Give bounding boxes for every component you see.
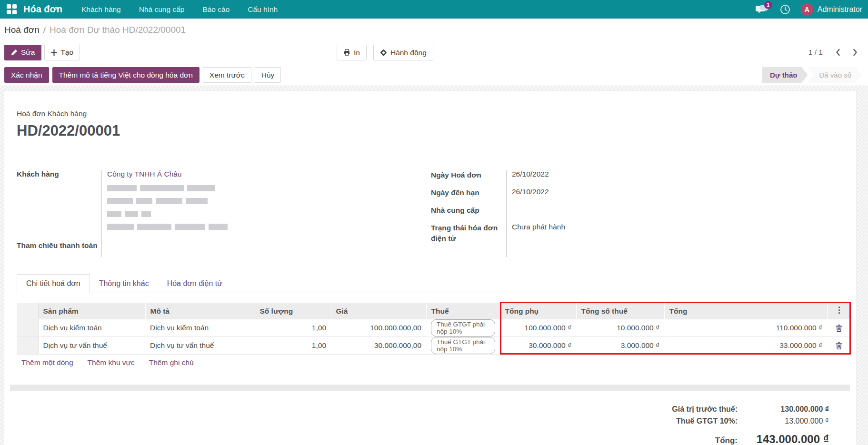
due-date-label: Ngày đến hạn — [431, 187, 506, 198]
user-name: Administrator — [818, 5, 862, 14]
preview-button[interactable]: Xem trước — [203, 67, 251, 83]
left-field-group: Khách hàng Công ty TNHH Á Châu Tham chiế… — [17, 169, 421, 258]
pager-next-icon[interactable] — [853, 49, 858, 56]
customer-link[interactable]: Công ty TNHH Á Châu — [107, 170, 182, 178]
tab-invoice-lines[interactable]: Chi tiết hoá đơn — [17, 274, 90, 293]
cell-description[interactable]: Dịch vụ tư vấn thuế — [145, 337, 255, 355]
menu-item-vendors[interactable]: Nhà cung cấp — [139, 0, 185, 19]
printer-icon — [343, 49, 350, 56]
menu-item-settings[interactable]: Cấu hình — [248, 0, 278, 19]
cell-quantity[interactable]: 1,00 — [255, 337, 331, 355]
state-draft[interactable]: Dự thảo — [762, 67, 808, 83]
col-subtotal[interactable]: Tổng phụ — [500, 303, 576, 319]
provider-label: Nhà cung cấp — [431, 204, 506, 216]
cell-description[interactable]: Dịch vụ kiểm toán — [145, 319, 255, 337]
table-header-row: Sản phẩm Mô tả Số lượng Giá Thuế Tổng ph… — [17, 303, 851, 319]
col-product[interactable]: Sản phẩm — [38, 303, 145, 319]
pencil-icon — [11, 49, 18, 56]
kebab-menu-icon[interactable] — [838, 307, 840, 308]
content-background: Hoá đơn Khách hàng HD/2022/00001 Khách h… — [0, 86, 868, 445]
state-pipeline: Dự thảo Đã vào sổ — [762, 67, 862, 83]
col-description[interactable]: Mô tả — [145, 303, 255, 319]
untaxed-amount-value: 130.000.000 ₫ — [738, 405, 829, 414]
tab-other-info[interactable]: Thông tin khác — [90, 274, 158, 293]
breadcrumb-separator: / — [43, 25, 46, 35]
activities-clock-icon[interactable] — [780, 4, 790, 15]
right-field-group: Ngày Hoá đơn 26/10/2022 Ngày đến hạn 26/… — [431, 169, 764, 258]
breadcrumb-current: Hoá đơn Dự thảo HD/2022/00001 — [50, 25, 186, 35]
invoice-form-sheet: Hoá đơn Khách hàng HD/2022/00001 Khách h… — [4, 90, 857, 445]
cell-tax-total: 3.000.000 ₫ — [576, 337, 664, 355]
col-price[interactable]: Giá — [331, 303, 426, 319]
trash-icon[interactable] — [836, 342, 842, 349]
tax-pill[interactable]: Thuế GTGT phải nộp 10% — [431, 319, 495, 336]
messages-icon[interactable]: 1 — [755, 4, 769, 15]
print-button[interactable]: In — [337, 45, 367, 60]
cell-quantity[interactable]: 1,00 — [255, 319, 331, 337]
add-vi-description-button[interactable]: Thêm mô tả tiếng Việt cho dòng hóa đơn — [52, 67, 200, 83]
main-menu: Khách hàng Nhà cung cấp Báo cáo Cấu hình — [81, 0, 278, 19]
cell-product[interactable]: Dịch vụ tư vấn thuế — [38, 337, 145, 355]
col-tax[interactable]: Thuế — [426, 303, 500, 319]
messages-badge: 1 — [764, 1, 772, 9]
tax-amount-value: 13.000.000 ₫ — [738, 417, 829, 425]
cell-subtotal: 30.000.000 ₫ — [500, 337, 576, 355]
narration-field[interactable] — [10, 385, 850, 391]
handle-column-header — [17, 303, 38, 319]
cancel-button[interactable]: Hủy — [255, 67, 281, 83]
pager-prev-icon[interactable] — [835, 49, 840, 56]
cell-delete — [827, 319, 851, 337]
menu-item-reports[interactable]: Báo cáo — [202, 0, 229, 19]
pager-count: 1 / 1 — [808, 48, 823, 57]
create-button[interactable]: Tạo — [44, 45, 80, 60]
col-total[interactable]: Tổng — [664, 303, 827, 319]
control-panel: Sửa Tạo In Hành động 1 / 1 — [0, 41, 868, 64]
cell-product[interactable]: Dịch vụ kiểm toán — [38, 319, 145, 337]
apps-grid-icon[interactable] — [7, 4, 17, 14]
col-quantity[interactable]: Số lượng — [255, 303, 331, 319]
add-note-link[interactable]: Thêm ghi chú — [149, 358, 194, 366]
table-row[interactable]: Dịch vụ kiểm toán Dịch vụ kiểm toán 1,00… — [17, 319, 851, 337]
action-button[interactable]: Hành động — [373, 45, 433, 60]
confirm-button[interactable]: Xác nhận — [4, 67, 49, 83]
trash-icon[interactable] — [836, 325, 842, 332]
user-menu[interactable]: A Administrator — [801, 3, 862, 16]
breadcrumb-root[interactable]: Hoá đơn — [4, 25, 40, 35]
provider-value[interactable] — [506, 204, 764, 205]
cell-tax[interactable]: Thuế GTGT phải nộp 10% — [426, 319, 500, 337]
cell-price[interactable]: 30.000.000,00 — [331, 337, 426, 355]
add-section-link[interactable]: Thêm khu vực — [88, 358, 135, 366]
tax-pill[interactable]: Thuế GTGT phải nộp 10% — [431, 337, 495, 354]
invoice-date-value[interactable]: 26/10/2022 — [506, 169, 764, 178]
app-name[interactable]: Hóa đơn — [23, 4, 62, 15]
row-handle[interactable] — [17, 337, 38, 355]
breadcrumb: Hoá đơn / Hoá đơn Dự thảo HD/2022/00001 — [0, 19, 868, 41]
untaxed-amount-label: Giá trị trước thuế: — [672, 405, 738, 414]
cell-price[interactable]: 100.000.000,00 — [331, 319, 426, 337]
top-navbar: Hóa đơn Khách hàng Nhà cung cấp Báo cáo … — [0, 0, 868, 19]
grand-total-label: Tổng: — [715, 436, 738, 445]
payment-ref-value[interactable] — [101, 240, 421, 241]
invoice-date-label: Ngày Hoá đơn — [431, 169, 506, 180]
cell-total: 33.000.000 ₫ — [664, 337, 827, 355]
plus-icon — [51, 49, 57, 56]
tax-amount-label: Thuế GTGT 10%: — [676, 417, 738, 425]
state-posted[interactable]: Đã vào sổ — [808, 67, 862, 83]
totals-block: Giá trị trước thuế: 130.000.000 ₫ Thuế G… — [17, 405, 844, 445]
table-footer-row: Thêm một dòng Thêm khu vực Thêm ghi chú — [17, 355, 851, 371]
invoice-lines-table: Sản phẩm Mô tả Số lượng Giá Thuế Tổng ph… — [17, 303, 851, 371]
grand-total-value: 143.000.000 ₫ — [738, 430, 829, 445]
tab-einvoice[interactable]: Hóa đơn điện tử — [158, 274, 231, 293]
einvoice-status-label: Trạng thái hóa đơn điện tử — [431, 222, 506, 244]
add-line-link[interactable]: Thêm một dòng — [21, 358, 73, 366]
table-row[interactable]: Dịch vụ tư vấn thuế Dịch vụ tư vấn thuế … — [17, 337, 851, 355]
row-handle[interactable] — [17, 319, 38, 337]
customer-field-label: Khách hàng — [17, 169, 101, 178]
cell-tax[interactable]: Thuế GTGT phải nộp 10% — [426, 337, 500, 355]
due-date-value[interactable]: 26/10/2022 — [506, 187, 764, 196]
edit-button[interactable]: Sửa — [4, 45, 41, 60]
col-tax-total[interactable]: Tổng số thuế — [576, 303, 664, 319]
document-type-label: Hoá đơn Khách hàng — [17, 109, 844, 118]
menu-item-customers[interactable]: Khách hàng — [81, 0, 121, 19]
customer-address-redacted — [107, 185, 421, 230]
